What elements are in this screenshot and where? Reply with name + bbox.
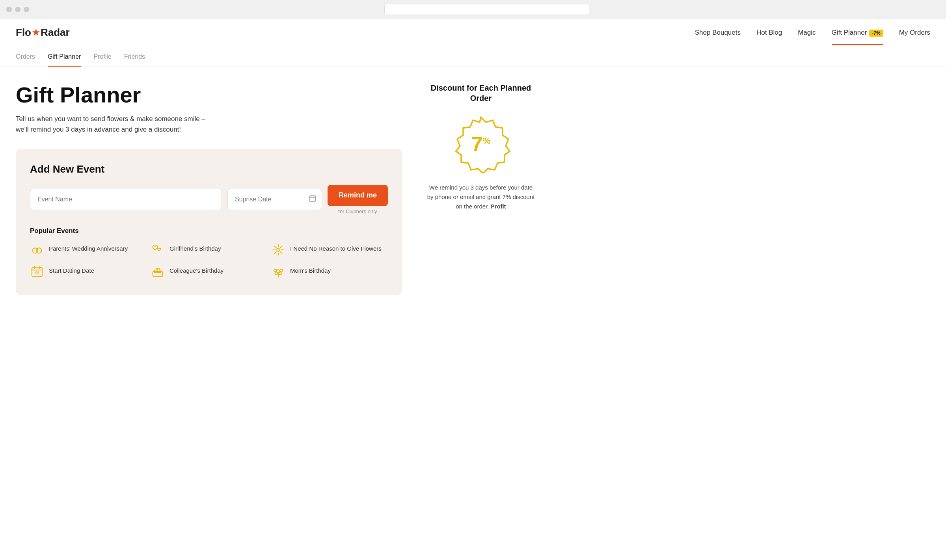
- discount-badge: 7%: [451, 114, 510, 173]
- right-col: Discount for Each Planned Order 7% We re…: [426, 83, 536, 295]
- cake-icon: [151, 265, 165, 279]
- left-col: Gift Planner Tell us when you want to se…: [16, 83, 402, 295]
- nav-link-magic[interactable]: Magic: [798, 29, 816, 36]
- hearts-icon: [151, 243, 165, 257]
- svg-point-28: [274, 269, 277, 272]
- nav-item-hot-blog[interactable]: Hot Blog: [756, 29, 782, 37]
- popular-events-title: Popular Events: [30, 227, 388, 235]
- sparkle-flower-icon: [271, 243, 285, 257]
- discount-description: We remind you 3 days before your date by…: [426, 183, 536, 211]
- main-layout: Gift Planner Tell us when you want to se…: [0, 67, 552, 318]
- popular-item-no-reason[interactable]: I Need No Reason to Give Flowers: [271, 243, 388, 257]
- popular-label-colleagues-birthday: Colleague's Birthday: [169, 265, 223, 275]
- event-name-input[interactable]: [30, 189, 222, 210]
- gift-planner-badge: -7%: [869, 30, 883, 37]
- nav-link-my-orders[interactable]: My Orders: [899, 29, 930, 36]
- svg-point-24: [156, 268, 157, 269]
- remind-me-button[interactable]: Remind me: [328, 185, 388, 206]
- nav-item-magic[interactable]: Magic: [798, 29, 816, 37]
- remind-btn-wrapper: Remind me for Clubbers only: [328, 185, 388, 214]
- nav-link-hot-blog[interactable]: Hot Blog: [756, 29, 782, 36]
- sub-nav-friends[interactable]: Friends: [124, 53, 145, 67]
- svg-line-12: [280, 252, 282, 254]
- nav-link-shop-bouquets[interactable]: Shop Bouquets: [695, 29, 741, 36]
- date-input-wrapper: [227, 189, 322, 210]
- sub-nav: Orders Gift Planner Profile Friends: [0, 46, 946, 67]
- logo-radar: Radar: [41, 26, 70, 39]
- svg-line-14: [275, 252, 277, 254]
- logo-star-icon: ★: [32, 28, 40, 38]
- popular-item-colleagues-birthday[interactable]: Colleague's Birthday: [151, 265, 267, 279]
- popular-events-grid: Parents' Wedding Anniversary Girlfriend'…: [30, 243, 388, 279]
- popular-item-moms-birthday[interactable]: Mom's Birthday: [271, 265, 388, 279]
- add-event-title: Add New Event: [30, 163, 388, 175]
- top-nav: Flo★Radar Shop Bouquets Hot Blog Magic G…: [0, 19, 946, 46]
- nav-item-shop-bouquets[interactable]: Shop Bouquets: [695, 29, 741, 37]
- sub-nav-gift-planner[interactable]: Gift Planner: [48, 53, 81, 67]
- popular-label-no-reason: I Need No Reason to Give Flowers: [290, 243, 382, 253]
- svg-point-6: [277, 248, 280, 251]
- svg-point-29: [280, 269, 283, 272]
- popular-label-start-dating: Start Dating Date: [49, 265, 94, 275]
- discount-number: 7%: [471, 134, 490, 154]
- address-bar[interactable]: [384, 4, 589, 15]
- discount-profit-label: Profit: [491, 203, 506, 210]
- svg-line-13: [280, 246, 282, 248]
- svg-point-31: [279, 272, 281, 275]
- nav-link-gift-planner[interactable]: Gift Planner: [832, 29, 867, 36]
- browser-dot-1: [6, 7, 12, 12]
- svg-point-5: [36, 248, 41, 253]
- add-event-box: Add New Event Remind me: [16, 149, 402, 295]
- rings-icon: [30, 243, 44, 257]
- svg-point-26: [158, 268, 160, 269]
- nav-links: Shop Bouquets Hot Blog Magic Gift Planne…: [695, 29, 930, 37]
- popular-item-girlfriends-birthday[interactable]: Girlfriend's Birthday: [151, 243, 267, 257]
- discount-title: Discount for Each Planned Order: [426, 83, 536, 103]
- discount-percent: %: [483, 136, 491, 146]
- discount-value: 7: [471, 132, 483, 155]
- page-title: Gift Planner: [16, 83, 402, 107]
- popular-label-moms-birthday: Mom's Birthday: [290, 265, 331, 275]
- page-subtitle: Tell us when you want to send flowers & …: [16, 113, 244, 135]
- svg-point-30: [275, 272, 278, 275]
- flower-bunch-icon: [271, 265, 285, 279]
- sub-nav-orders[interactable]: Orders: [16, 53, 35, 67]
- logo-flo: Flo: [16, 26, 31, 39]
- popular-label-girlfriends-birthday: Girlfriend's Birthday: [169, 243, 221, 253]
- sub-nav-profile[interactable]: Profile: [93, 53, 111, 67]
- popular-item-start-dating[interactable]: Start Dating Date: [30, 265, 147, 279]
- popular-item-parents-wedding[interactable]: Parents' Wedding Anniversary: [30, 243, 147, 257]
- event-form: Remind me for Clubbers only: [30, 185, 388, 214]
- browser-chrome: [0, 0, 946, 19]
- svg-point-25: [157, 268, 158, 269]
- nav-item-my-orders[interactable]: My Orders: [899, 29, 930, 37]
- nav-item-gift-planner[interactable]: Gift Planner-7%: [832, 29, 883, 37]
- popular-label-parents-wedding: Parents' Wedding Anniversary: [49, 243, 128, 253]
- calendar-heart-icon: [30, 265, 44, 279]
- browser-dots: [6, 7, 29, 12]
- logo[interactable]: Flo★Radar: [16, 26, 70, 39]
- svg-line-11: [275, 246, 277, 248]
- surprise-date-input[interactable]: [227, 189, 322, 210]
- remind-sub-text: for Clubbers only: [328, 208, 388, 214]
- browser-dot-2: [15, 7, 20, 12]
- browser-dot-3: [24, 7, 29, 12]
